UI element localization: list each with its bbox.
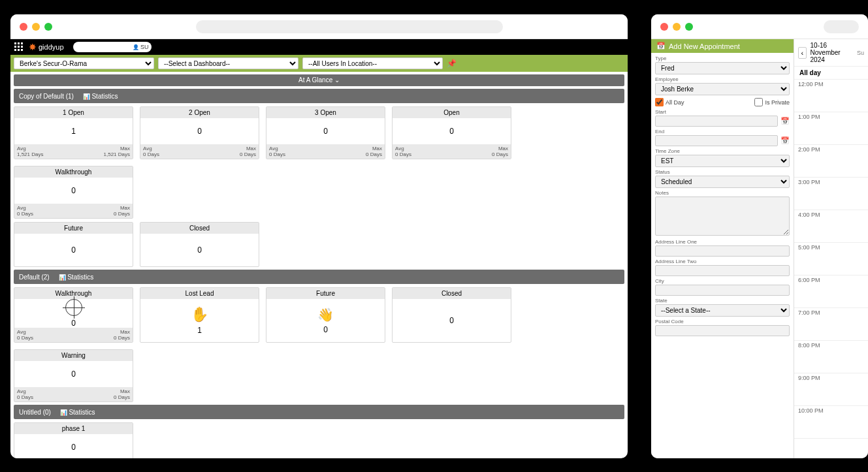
user-badge[interactable]: SU xyxy=(73,42,152,52)
top-nav: ✸giddyup SU xyxy=(10,39,628,55)
section-title: Copy of Default (1) xyxy=(19,93,74,100)
url-bar[interactable] xyxy=(824,20,859,33)
stat-card[interactable]: Walkthrough0Avg0 DaysMax0 Days xyxy=(14,166,133,219)
start-input[interactable] xyxy=(655,116,778,127)
hour-row[interactable]: 9:00 PM xyxy=(794,373,868,406)
card-value: 0 xyxy=(449,127,454,136)
allday-row: All day xyxy=(794,67,868,80)
type-label: Type xyxy=(655,55,790,61)
window-titlebar xyxy=(651,14,868,39)
hour-row[interactable]: 3:00 PM xyxy=(794,178,868,210)
pin-icon[interactable]: 📌 xyxy=(447,59,457,68)
card-head: Future xyxy=(14,223,133,234)
stat-card[interactable]: Future0 xyxy=(14,222,133,267)
stat-card[interactable]: phase 10Avg0 DaysMax0 Days xyxy=(14,422,133,458)
employee-select[interactable]: Josh Berke xyxy=(655,83,790,95)
addr2-label: Address Line Two xyxy=(655,259,790,264)
status-select[interactable]: Scheduled xyxy=(655,176,790,188)
wave-icon: 👋 xyxy=(317,307,334,323)
type-select[interactable]: Fred xyxy=(655,62,790,74)
section-bar[interactable]: Copy of Default (1)Statistics xyxy=(14,89,624,103)
allday-checkbox[interactable]: All Day xyxy=(655,98,684,106)
end-input[interactable] xyxy=(655,135,778,146)
card-head: Walkthrough xyxy=(14,166,133,178)
hour-row[interactable]: 5:00 PM xyxy=(794,243,868,275)
stat-card[interactable]: Open0Avg0 DaysMax0 Days xyxy=(392,106,511,159)
hour-row[interactable]: 1:00 PM xyxy=(794,112,868,145)
date-range: 10-16 November 2024 xyxy=(811,42,853,63)
addr1-input[interactable] xyxy=(655,245,790,257)
section-title: Untitled (0) xyxy=(19,409,51,416)
statistics-link[interactable]: Statistics xyxy=(60,409,95,416)
stat-card[interactable]: Warning0Avg0 DaysMax0 Days xyxy=(14,349,133,402)
employee-label: Employee xyxy=(655,76,790,82)
hour-row[interactable]: 12:00 PM xyxy=(794,80,868,112)
hour-row[interactable]: 6:00 PM xyxy=(794,275,868,308)
start-label: Start xyxy=(655,109,790,115)
addr2-input[interactable] xyxy=(655,265,790,276)
card-head: Open xyxy=(393,107,511,118)
postal-label: Postal Code xyxy=(655,319,790,324)
card-value: 0 xyxy=(197,127,202,136)
stat-card[interactable]: Closed0 xyxy=(140,222,259,267)
hour-row[interactable]: 8:00 PM xyxy=(794,341,868,373)
stat-card[interactable]: 3 Open0Avg0 DaysMax0 Days xyxy=(266,106,385,159)
private-checkbox[interactable]: Is Private xyxy=(754,98,790,106)
traffic-lights xyxy=(20,23,52,31)
window-titlebar xyxy=(10,14,628,39)
appointment-window: Add New Appointment TypeFred EmployeeJos… xyxy=(651,14,868,458)
dashboard-select[interactable]: --Select a Dashboard-- xyxy=(158,57,298,69)
notes-textarea[interactable] xyxy=(655,197,790,236)
stat-card[interactable]: Closed0 xyxy=(392,287,511,343)
card-value: 1 xyxy=(71,127,76,136)
card-head: 2 Open xyxy=(140,107,259,118)
statistics-link[interactable]: Statistics xyxy=(59,274,94,281)
at-a-glance-toggle[interactable]: At A Glance xyxy=(14,74,624,86)
prev-week-button[interactable]: ‹ xyxy=(798,47,807,59)
card-head: 1 Open xyxy=(14,107,133,118)
notes-label: Notes xyxy=(655,190,790,196)
close-icon[interactable] xyxy=(660,23,668,31)
maximize-icon[interactable] xyxy=(685,23,693,31)
minimize-icon[interactable] xyxy=(32,23,40,31)
card-value: 1 xyxy=(197,326,202,335)
end-label: End xyxy=(655,129,790,134)
maximize-icon[interactable] xyxy=(44,23,52,31)
stat-card[interactable]: Lost Lead✋1 xyxy=(140,287,259,343)
stat-card[interactable]: 1 Open1Avg1,521 DaysMax1,521 Days xyxy=(14,106,133,159)
dashboard-window: ✸giddyup SU Berke's Secur-O-Rama --Selec… xyxy=(10,14,628,458)
postal-input[interactable] xyxy=(655,325,790,336)
stat-card[interactable]: Future👋0 xyxy=(266,287,385,343)
card-value: 0 xyxy=(71,245,76,255)
state-select[interactable]: --Select a State-- xyxy=(655,304,790,317)
city-input[interactable] xyxy=(655,285,790,296)
calendar-icon[interactable]: 📅 xyxy=(780,136,790,145)
users-select[interactable]: --All Users In Location-- xyxy=(302,57,443,69)
tz-select[interactable]: EST xyxy=(655,155,790,167)
appointment-form: Add New Appointment TypeFred EmployeeJos… xyxy=(651,39,794,458)
hour-row[interactable]: 10:00 PM xyxy=(794,406,868,439)
minimize-icon[interactable] xyxy=(673,23,681,31)
hour-row[interactable]: 7:00 PM xyxy=(794,308,868,341)
statistics-link[interactable]: Statistics xyxy=(83,93,118,100)
hour-row[interactable]: 4:00 PM xyxy=(794,210,868,243)
stat-card[interactable]: 2 Open0Avg0 DaysMax0 Days xyxy=(140,106,259,159)
section-bar[interactable]: Untitled (0)Statistics xyxy=(14,405,624,419)
card-head: phase 1 xyxy=(14,423,133,434)
card-head: 3 Open xyxy=(266,107,385,118)
close-icon[interactable] xyxy=(20,23,27,31)
stat-card[interactable]: Walkthrough0Avg0 DaysMax0 Days xyxy=(14,287,133,343)
url-bar[interactable] xyxy=(196,20,503,33)
card-value: 0 xyxy=(449,316,454,325)
card-value: 0 xyxy=(71,370,76,379)
card-head: Warning xyxy=(14,350,133,361)
calendar-icon[interactable]: 📅 xyxy=(780,117,790,125)
section-bar[interactable]: Default (2)Statistics xyxy=(14,270,624,284)
logo: ✸giddyup xyxy=(29,42,64,52)
day-label: Su xyxy=(857,50,864,56)
logo-star-icon: ✸ xyxy=(29,42,37,52)
apps-icon[interactable] xyxy=(14,42,24,52)
hour-row[interactable]: 2:00 PM xyxy=(794,145,868,178)
card-head: Closed xyxy=(393,288,511,299)
location-select[interactable]: Berke's Secur-O-Rama xyxy=(14,57,154,69)
